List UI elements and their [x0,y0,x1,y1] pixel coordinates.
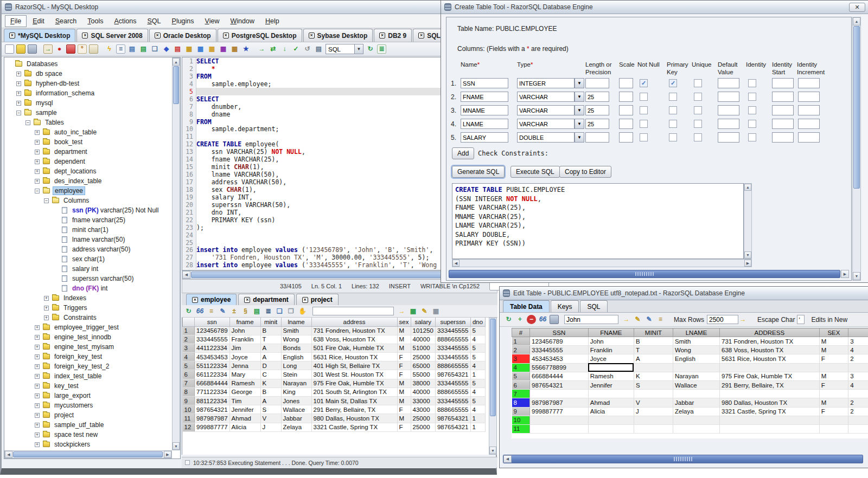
cell[interactable]: Ahmad [588,398,634,407]
refresh-icon[interactable]: ↻ [504,315,513,324]
cell[interactable]: Tim [229,397,260,405]
cell[interactable]: 38000 [411,379,435,387]
cell[interactable]: M [397,414,411,423]
column-header-address[interactable]: address [311,318,397,326]
expand-icon[interactable]: + [35,403,40,408]
cell[interactable]: Alicia [588,407,634,416]
favorites-icon[interactable]: ★ [241,44,251,54]
tree-item-space-test-new[interactable]: +space test new [5,430,171,440]
table-row[interactable]: 2333445555FranklinTWong638 Voss, Houston… [512,346,868,354]
cell[interactable]: 999887777 [195,423,230,431]
column-header-SEX[interactable]: SEX [819,328,848,337]
desktop-tab-postgresql-desktop[interactable]: ×PostgreSQL Desktop [218,29,302,42]
cell[interactable]: 551122334 [195,361,230,370]
cell[interactable]: F [397,405,411,414]
expand-icon[interactable]: + [35,150,40,154]
cell[interactable]: F [819,407,848,416]
cell[interactable]: 453453453 [530,354,589,363]
length-precision-field[interactable] [585,132,609,143]
identity-start-field[interactable] [772,132,794,143]
tree-item-db-space[interactable]: +db space [5,69,171,79]
cell[interactable]: Bonds [281,344,311,352]
sql-file-icon[interactable]: ▤ [314,44,323,54]
expand-icon[interactable]: + [35,325,40,330]
cell[interactable]: A [260,353,281,361]
results-vertical-scrollbar[interactable]: ▼ [489,318,497,455]
tree-item-engine_test_myisam[interactable]: +engine_test_myisam [5,342,171,352]
cell[interactable]: 980 Dallas, Houston TX [311,414,397,423]
desktop-tab-oracle-desktop[interactable]: ×Oracle Desktop [149,29,216,42]
cell[interactable]: Narayan [281,379,311,387]
cell[interactable]: 4 [470,387,485,396]
cell[interactable]: English [673,354,720,363]
identity-checkbox[interactable] [748,133,756,141]
cell[interactable]: King [281,387,311,396]
cell[interactable]: 4 [848,380,868,389]
cell[interactable]: F [397,370,411,379]
menu-tools[interactable]: Tools [82,16,108,27]
print-icon[interactable]: ✋ [298,307,307,316]
cell[interactable]: 401 High St, Bellaire TX [311,361,397,370]
tree-item-hyphen-db-test[interactable]: +hyphen-db-test [5,79,171,88]
cell[interactable]: 638 Voss, Houston TX [311,335,397,344]
cell[interactable]: Jabbar [281,414,311,423]
scale-field[interactable] [619,105,633,115]
primary-key-checkbox[interactable] [669,93,677,101]
view-icon[interactable]: 66 [538,315,547,324]
cell[interactable]: 888665555 [435,361,470,370]
cell[interactable]: 987987987 [195,414,230,423]
expand-icon[interactable]: + [35,393,40,398]
cell[interactable] [530,424,589,433]
unique-checkbox[interactable] [694,106,702,114]
cell[interactable]: Jennifer [588,380,634,389]
tree-vertical-scrollbar[interactable]: ▲ ▼ [172,57,180,450]
cell[interactable]: 301 West St. Houston TX [311,370,397,379]
menu-window[interactable]: Window [225,16,259,27]
tree-item-employee_trigger_test[interactable]: +employee_trigger_test [5,322,171,332]
scroll-down-icon[interactable]: ▼ [173,442,180,450]
cell[interactable]: 5631 Rice, Houston TX [311,353,397,361]
close-icon[interactable]: ✕ [849,3,865,12]
cell[interactable]: M [397,397,411,405]
column-name-field[interactable]: MNAME [461,105,508,115]
tree-horizontal-scrollbar[interactable]: ◀ ▶ [4,450,172,458]
edit-table-icon[interactable]: ▦ [184,44,194,54]
cell[interactable]: Joyce [588,354,634,363]
primary-key-checkbox[interactable] [669,120,677,128]
generate-sql-button[interactable]: Generate SQL [452,166,505,178]
table-row[interactable]: 3441122334JimABonds501 Fire Oak, Humble … [183,344,486,352]
cell[interactable] [530,416,589,424]
cell[interactable]: M [397,344,411,352]
column-header-fname[interactable]: fname [229,318,260,326]
filter-sort-icon[interactable]: ≡ [207,307,216,316]
cell[interactable]: 2 [848,407,868,416]
identity-increment-field[interactable] [798,105,820,115]
tab-keys[interactable]: Keys [551,300,579,312]
table-row[interactable]: 9999887777AliciaJZelaya3321 Castle, Spri… [512,407,868,416]
identity-increment-field[interactable] [798,119,820,129]
cell[interactable]: F [819,354,848,363]
cell[interactable]: Stein [281,370,311,379]
cell[interactable] [848,424,868,433]
main-title-bar[interactable]: RazorSQL - MySQL Desktop [2,1,496,14]
cell[interactable]: George [229,387,260,396]
tree-item-lname-varchar-50-[interactable]: lname varchar(50) [5,235,171,244]
tree-item-superssn-varchar-50-[interactable]: superssn varchar(50) [5,274,171,283]
table-row[interactable]: 7666884444RameshKNarayan975 Fire Oak, Hu… [183,379,486,387]
cell[interactable]: 55000 [411,370,435,379]
tree-item-stockpickers[interactable]: +stockpickers [5,440,171,449]
filter-icon[interactable]: ≡ [656,315,665,324]
escape-char-input[interactable] [797,315,805,324]
tree-item-triggers[interactable]: +Triggers [5,303,171,313]
tree-item-foreign_key_test[interactable]: +foreign_key_test [5,352,171,361]
cell[interactable]: 987654321 [435,423,470,431]
chevron-down-icon[interactable]: ▼ [575,132,584,143]
cell[interactable]: V [260,414,281,423]
cell[interactable]: S [634,380,673,389]
scroll-right-icon[interactable]: ▶ [164,451,171,458]
table-row[interactable]: 1123456789JohnBSmith731 Fondren, Houston… [183,326,486,335]
cell[interactable]: 4 [470,335,485,344]
tree-item-indexes[interactable]: +Indexes [5,293,171,303]
tree-item-mycustomers[interactable]: +mycustomers [5,401,171,410]
column-type-combobox[interactable]: VARCHAR [517,119,575,129]
